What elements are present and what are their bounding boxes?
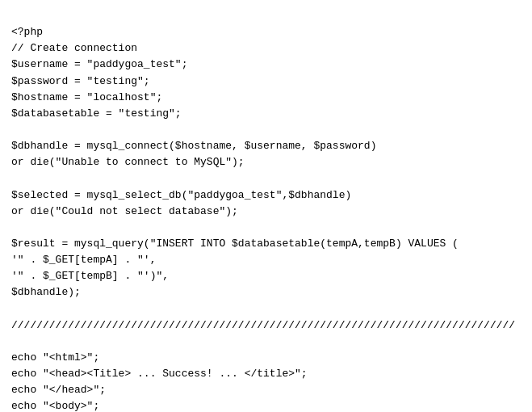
code-line [11,220,521,236]
code-line: $hostname = "localhost"; [11,90,521,106]
code-line [11,334,521,350]
code-line: echo "<head><Title> ... Success! ... </t… [11,366,521,382]
code-line [11,301,521,317]
code-editor: <?php// Create connection$username = "pa… [0,0,532,412]
code-line: '" . $_GET[tempB] . "')", [11,268,521,284]
code-line: echo "</head>"; [11,382,521,398]
code-line: or die("Unable to connect to MySQL"); [11,154,521,170]
code-line [11,170,521,187]
code-line: $password = "testing"; [11,74,521,90]
code-line: $result = mysql_query("INSERT INTO $data… [11,236,521,252]
code-line: echo "<html>"; [11,350,521,366]
code-line: // Create connection [11,40,521,57]
code-line: $username = "paddygoa_test"; [11,57,521,73]
code-line: $selected = mysql_select_db("paddygoa_te… [11,187,521,204]
code-line: or die("Could not select database"); [11,204,521,220]
code-line: <?php [11,24,521,40]
code-line: $dbhandle); [11,284,521,301]
code-line [11,122,521,138]
code-line: echo "<body>"; [11,398,521,412]
code-line: $dbhandle = mysql_connect($hostname, $us… [11,138,521,154]
code-line: ////////////////////////////////////////… [11,317,521,334]
code-line: '" . $_GET[tempA] . "', [11,252,521,268]
code-line: $databasetable = "testing"; [11,106,521,122]
